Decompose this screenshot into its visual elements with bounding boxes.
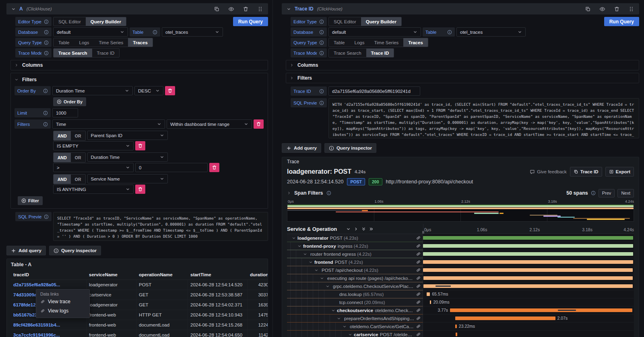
span-timeline-cell[interactable] [423,331,634,337]
span-timeline-cell[interactable] [423,266,634,274]
chevron-down-icon[interactable] [348,333,352,337]
option-trace-id[interactable]: Trace ID [92,49,120,57]
span-bar[interactable] [430,300,431,304]
span-row[interactable]: dns.lookup(65.57ms)65.57ms [287,290,634,298]
span-timeline-cell[interactable]: 3.77s [423,306,634,314]
span-bar[interactable] [456,333,457,336]
span-row[interactable]: grpc.oteldemo.CheckoutService/PlaceOrder… [287,282,634,290]
span-link-icon[interactable] [416,235,421,240]
next-button[interactable]: Next [617,189,634,197]
database-select[interactable]: default [328,27,421,37]
column-header-duration[interactable]: duration [248,270,268,280]
tooltip-link-view-logs[interactable]: View logs [40,306,85,315]
span-bar[interactable] [423,268,633,272]
or-option[interactable]: OR [71,153,85,162]
span-link-icon[interactable] [416,243,421,249]
option-traces[interactable]: Traces [128,38,152,47]
span-row[interactable]: checkoutserviceoteldemo.CheckoutService/… [287,306,634,314]
span-link-icon[interactable] [416,324,421,329]
span-row[interactable]: tcp.connect(20.09ms)20.09ms [287,298,634,306]
toggle-visibility-icon[interactable] [228,6,234,12]
span-name-cell[interactable]: dns.lookup(65.57ms) [287,290,423,298]
option-time-series[interactable]: Time Series [369,38,403,47]
chevron-down-icon[interactable] [292,236,296,240]
span-row[interactable]: frontendPOST(4.22s) [287,258,634,266]
order-by-direction-select[interactable]: DESC [134,86,163,95]
trace-id-input[interactable] [328,86,420,96]
span-row[interactable]: cartservicePOST /oteldemo.CartService/Ge… [287,331,634,337]
chevron-down-icon[interactable] [297,244,301,248]
span-link-icon[interactable] [416,259,421,265]
remove-condition-button[interactable] [135,141,145,150]
filter-operator-select[interactable]: Within dashboard time range [167,119,252,129]
span-name-cell[interactable]: oteldemo.CartService/GetCart(23.22ms) [287,323,423,331]
option-query-builder[interactable]: Query Builder [86,17,126,26]
database-select[interactable]: default [53,27,128,37]
condition-operator-select[interactable]: IS ANYTHING [53,185,134,194]
panel-trace-header[interactable]: Trace ID (ClickHouse) [282,3,639,14]
span-bar[interactable] [423,236,633,240]
minimap-canvas[interactable] [287,204,634,222]
span-name-cell[interactable]: checkoutserviceoteldemo.CheckoutService/… [287,306,423,314]
span-row[interactable]: frontend-proxyingress(4.22s) [287,242,634,250]
duplicate-query-icon[interactable] [214,6,220,12]
span-bar[interactable] [423,276,633,280]
prev-button[interactable]: Prev [599,189,615,197]
span-link-icon[interactable] [416,267,421,273]
chevron-down-icon[interactable] [331,308,335,312]
toggle-visibility-icon[interactable] [599,6,605,12]
table-select[interactable]: otel_traces [162,27,223,37]
and-option[interactable]: AND [54,153,71,162]
option-trace-search[interactable]: Trace Search [329,49,366,57]
span-timeline-cell[interactable] [423,274,634,282]
span-link-icon[interactable] [416,284,421,289]
condition-field-select[interactable]: Service Name [87,174,168,183]
span-name-cell[interactable]: frontend-proxyingress(4.22s) [287,242,423,250]
give-feedback-link[interactable]: Give feedback [530,169,567,175]
collapse-panel-icon[interactable] [11,7,16,11]
span-bar[interactable] [455,316,555,320]
remove-condition-button[interactable] [135,185,145,194]
chevron-down-icon[interactable] [326,284,330,288]
delete-query-icon[interactable] [614,6,620,12]
span-link-icon[interactable] [416,292,421,297]
add-query-button[interactable]: Add query [282,143,321,153]
or-option[interactable]: OR [71,131,85,140]
remove-condition-button[interactable] [209,163,219,172]
span-row[interactable]: router frontend egress(4.22s) [287,250,634,258]
span-row[interactable]: POST /api/checkout(4.22s) [287,266,634,274]
and-option[interactable]: AND [54,175,71,184]
span-name-cell[interactable]: prepareOrderItemsAndShippingQuoteFromCar… [287,314,423,323]
and-option[interactable]: AND [54,131,71,140]
span-link-icon[interactable] [416,251,421,257]
span-name-cell[interactable]: grpc.oteldemo.CheckoutService/PlaceOrder… [287,282,423,290]
span-bar[interactable] [455,325,457,328]
span-timeline-cell[interactable]: 20.09ms [423,298,634,306]
span-bar[interactable] [427,292,430,296]
option-table[interactable]: Table [54,38,74,47]
run-query-button[interactable]: Run Query [604,17,639,26]
span-link-icon[interactable] [416,275,421,281]
column-header-startTime[interactable]: startTime [188,270,248,280]
span-bar[interactable] [423,284,633,288]
collapse-panel-icon[interactable] [287,7,291,11]
drag-handle-icon[interactable] [257,6,263,12]
span-name-cell[interactable]: frontendPOST(4.22s) [287,258,423,266]
run-query-button[interactable]: Run Query [233,17,268,26]
order-by-field-select[interactable]: Duration Time [52,86,133,95]
or-option[interactable]: OR [71,175,85,184]
condition-operator-select[interactable]: > [53,163,134,172]
span-row[interactable]: loadgeneratorPOST(4.23s) [287,234,634,242]
option-trace-id[interactable]: Trace ID [366,49,394,57]
span-filters-toggle[interactable]: Span Filters [294,190,323,196]
columns-section-toggle[interactable]: Columns [286,60,639,70]
span-timeline-cell[interactable] [423,242,634,250]
span-name-cell[interactable]: router frontend egress(4.22s) [287,250,423,258]
add-query-button[interactable]: Add query [6,246,46,255]
span-name-cell[interactable]: executing api route (pages) /api/checkou… [287,274,423,282]
span-name-cell[interactable]: cartservicePOST /oteldemo.CartService/Ge… [287,331,423,337]
chevron-right-icon[interactable] [287,191,291,195]
remove-filter-button[interactable] [254,119,264,129]
span-row[interactable]: executing api route (pages) /api/checkou… [287,274,634,282]
add-order-by-button[interactable]: Order By [53,97,86,106]
